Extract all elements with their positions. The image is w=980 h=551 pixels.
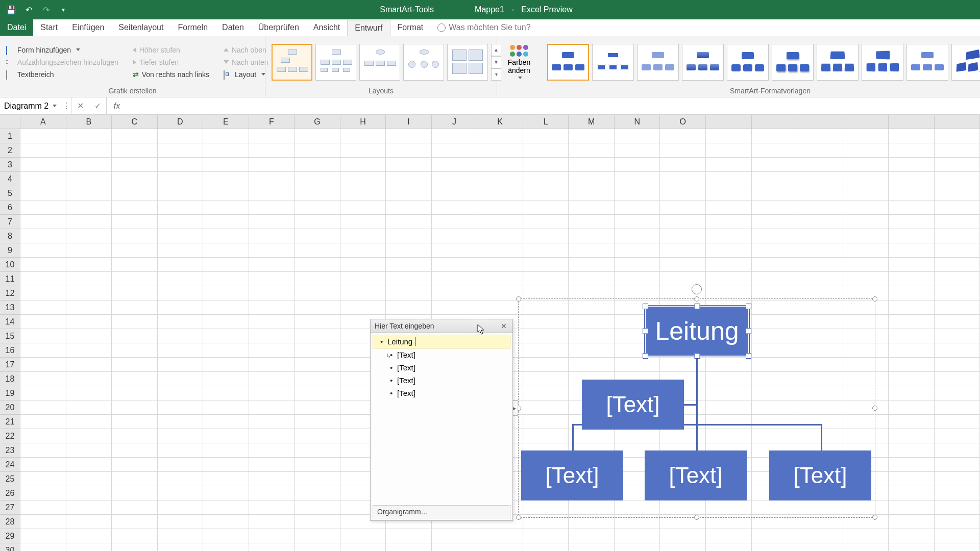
layout-option-5[interactable] bbox=[447, 44, 488, 81]
shape-handle[interactable] bbox=[746, 304, 751, 309]
row-header[interactable]: 21 bbox=[0, 415, 20, 429]
undo-icon[interactable]: ↶ bbox=[23, 5, 34, 15]
shape-handle[interactable] bbox=[643, 353, 648, 359]
row-header[interactable]: 5 bbox=[0, 186, 20, 201]
tab-file[interactable]: Datei bbox=[0, 19, 33, 36]
row-header[interactable]: 24 bbox=[0, 458, 20, 472]
shape-handle[interactable] bbox=[746, 353, 751, 359]
column-header[interactable]: F bbox=[249, 115, 295, 129]
text-pane-header[interactable]: Hier Text eingeben ✕ bbox=[371, 319, 512, 333]
row-header[interactable]: 8 bbox=[0, 229, 20, 243]
column-header[interactable]: N bbox=[615, 115, 660, 129]
select-all-corner[interactable] bbox=[0, 115, 20, 129]
name-box[interactable]: Diagramm 2 bbox=[0, 97, 61, 114]
org-node-child-2[interactable]: [Text] bbox=[645, 450, 747, 500]
layout-option-2[interactable] bbox=[315, 44, 356, 81]
tab-format[interactable]: Format bbox=[390, 19, 431, 36]
column-header[interactable]: D bbox=[158, 115, 204, 129]
tab-design[interactable]: Entwurf bbox=[347, 20, 390, 36]
smartart-text-pane[interactable]: Hier Text eingeben ✕ Leitung ↳[Text] [Te… bbox=[370, 319, 513, 521]
fx-icon[interactable]: fx bbox=[107, 97, 127, 114]
text-pane-toggle[interactable]: Textbereich bbox=[4, 69, 120, 80]
layout-option-4[interactable] bbox=[403, 44, 444, 81]
row-header[interactable]: 29 bbox=[0, 529, 20, 543]
tab-formulas[interactable]: Formeln bbox=[170, 19, 215, 36]
row-header[interactable]: 7 bbox=[0, 215, 20, 229]
row-header[interactable]: 22 bbox=[0, 429, 20, 443]
style-option-8[interactable] bbox=[862, 44, 903, 81]
row-header[interactable]: 14 bbox=[0, 315, 20, 329]
org-node-assistant[interactable]: [Text] bbox=[582, 380, 684, 430]
org-node-child-3[interactable]: [Text] bbox=[769, 450, 871, 500]
org-node-child-1[interactable]: [Text] bbox=[521, 450, 623, 500]
row-header[interactable]: 12 bbox=[0, 286, 20, 300]
column-header[interactable]: J bbox=[432, 115, 478, 129]
rotate-handle-icon[interactable] bbox=[692, 284, 702, 294]
tell-me-search[interactable]: Was möchten Sie tun? bbox=[430, 19, 537, 36]
row-header[interactable]: 26 bbox=[0, 486, 20, 500]
text-pane-item-2[interactable]: ↳[Text] bbox=[373, 348, 510, 361]
shape-handle[interactable] bbox=[694, 353, 700, 359]
row-header[interactable]: 25 bbox=[0, 472, 20, 486]
close-icon[interactable]: ✕ bbox=[499, 321, 508, 331]
shape-handle[interactable] bbox=[643, 329, 648, 334]
rtl-button[interactable]: ⇄ Von rechts nach links bbox=[131, 69, 211, 80]
style-option-1[interactable] bbox=[547, 44, 589, 81]
row-header[interactable]: 11 bbox=[0, 272, 20, 286]
column-header[interactable]: K bbox=[477, 115, 523, 129]
column-header[interactable]: B bbox=[66, 115, 112, 129]
row-header[interactable]: 4 bbox=[0, 172, 20, 186]
column-header[interactable]: L bbox=[523, 115, 569, 129]
style-option-10[interactable] bbox=[951, 44, 980, 81]
tab-data[interactable]: Daten bbox=[215, 19, 251, 36]
formula-bar-input[interactable] bbox=[127, 97, 980, 114]
enter-formula-button[interactable]: ✓ bbox=[89, 101, 106, 111]
style-option-7[interactable] bbox=[817, 44, 859, 81]
row-header[interactable]: 15 bbox=[0, 329, 20, 343]
style-option-3[interactable] bbox=[637, 44, 679, 81]
change-colors-button[interactable]: Farben ändern bbox=[501, 40, 537, 85]
row-header[interactable]: 2 bbox=[0, 143, 20, 158]
row-header[interactable]: 23 bbox=[0, 443, 20, 458]
style-option-9[interactable] bbox=[906, 44, 948, 81]
cancel-formula-button[interactable]: ✕ bbox=[71, 101, 89, 111]
style-option-2[interactable] bbox=[592, 44, 634, 81]
row-header[interactable]: 10 bbox=[0, 258, 20, 272]
tab-start[interactable]: Start bbox=[33, 19, 65, 36]
tab-view[interactable]: Ansicht bbox=[306, 19, 347, 36]
row-header[interactable]: 20 bbox=[0, 400, 20, 415]
column-header[interactable]: M bbox=[569, 115, 615, 129]
column-header[interactable]: C bbox=[112, 115, 158, 129]
column-header[interactable]: I bbox=[386, 115, 432, 129]
text-pane-item-1[interactable]: Leitung bbox=[373, 335, 510, 348]
style-option-4[interactable] bbox=[682, 44, 724, 81]
style-option-6[interactable] bbox=[772, 44, 814, 81]
tab-review[interactable]: Überprüfen bbox=[251, 19, 306, 36]
text-pane-item-3[interactable]: [Text] bbox=[373, 361, 510, 374]
row-header[interactable]: 19 bbox=[0, 386, 20, 400]
layout-button[interactable]: Layout bbox=[222, 69, 271, 80]
layout-option-3[interactable] bbox=[359, 44, 400, 81]
text-pane-item-4[interactable]: [Text] bbox=[373, 374, 510, 387]
add-shape-button[interactable]: Form hinzufügen bbox=[4, 45, 120, 55]
row-header[interactable]: 3 bbox=[0, 158, 20, 172]
row-header[interactable]: 27 bbox=[0, 500, 20, 515]
row-header[interactable]: 9 bbox=[0, 243, 20, 258]
row-header[interactable]: 13 bbox=[0, 300, 20, 315]
row-header[interactable]: 17 bbox=[0, 358, 20, 372]
shape-handle[interactable] bbox=[746, 329, 751, 334]
row-header[interactable]: 6 bbox=[0, 201, 20, 215]
row-header[interactable]: 1 bbox=[0, 129, 20, 143]
tab-insert[interactable]: Einfügen bbox=[65, 19, 111, 36]
row-header[interactable]: 30 bbox=[0, 543, 20, 551]
row-header[interactable]: 18 bbox=[0, 372, 20, 386]
style-option-5[interactable] bbox=[727, 44, 769, 81]
org-node-top[interactable]: Leitung bbox=[645, 306, 749, 357]
column-header[interactable]: E bbox=[203, 115, 249, 129]
column-header[interactable]: A bbox=[20, 115, 66, 129]
customize-qat-icon[interactable]: ▾ bbox=[58, 5, 68, 15]
worksheet-grid[interactable]: ABCDEFGHIJKLMNO 123456789101112131415161… bbox=[0, 115, 980, 551]
column-header[interactable]: G bbox=[295, 115, 340, 129]
save-icon[interactable]: 💾 bbox=[6, 5, 16, 15]
row-header[interactable]: 16 bbox=[0, 343, 20, 358]
